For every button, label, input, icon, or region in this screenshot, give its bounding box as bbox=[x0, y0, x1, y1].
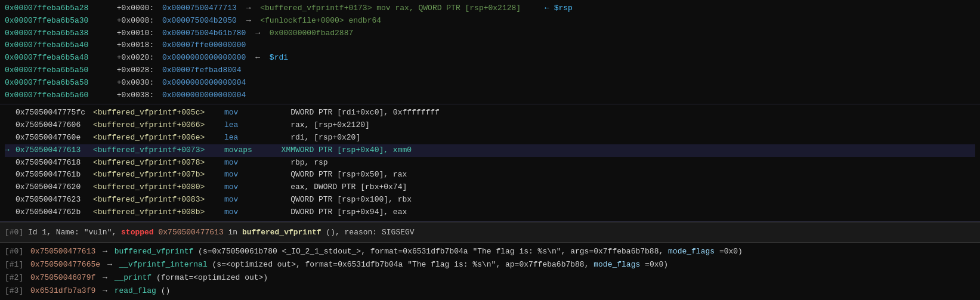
mem-addr-1: 0x00007ffeba6b5a30 bbox=[5, 15, 112, 27]
disasm-operands-2: rdi, [rsp+0x20] bbox=[272, 132, 360, 144]
trace-row-0: [#0] 0x750500477613 → buffered_vfprintf … bbox=[5, 245, 975, 258]
disasm-addr-7: 0x750500477623 bbox=[16, 194, 93, 206]
mem-comment-2: 0x00000000fbad2887 bbox=[270, 27, 353, 40]
trace-frame-0: [#0] bbox=[5, 247, 23, 256]
current-indicator-0 bbox=[5, 107, 13, 119]
mem-addr-7: 0x00007ffeba6b5a60 bbox=[5, 89, 112, 102]
disasm-mnemonic-6: mov bbox=[224, 181, 272, 194]
trace-row-1: [#1] 0x750500477665e → __vfprintf_intern… bbox=[5, 258, 975, 271]
current-indicator-8 bbox=[5, 206, 13, 219]
trace-func-2: __printf bbox=[115, 273, 152, 282]
disasm-func-8: <buffered_vfprintf+008b> bbox=[93, 206, 224, 219]
status-stopped-label: stopped bbox=[121, 228, 154, 237]
trace-frame-2: [#2] bbox=[5, 273, 23, 282]
disasm-operands-6: eax, DWORD PTR [rbx+0x74] bbox=[272, 181, 407, 194]
mem-hex-4: 0x0000000000000000 bbox=[162, 52, 246, 64]
disasm-mnemonic-5: mov bbox=[224, 169, 272, 181]
mem-arrow-0: → bbox=[242, 2, 255, 15]
mem-hex-3: 0x00007ffe00000000 bbox=[162, 39, 246, 52]
disasm-func-3: <buffered_vfprintf+0073> bbox=[93, 144, 224, 157]
mem-hex-5: 0x00007fefbad8004 bbox=[162, 64, 242, 77]
trace-args-0: (s=0x75050061b780 <_IO_2_1_stdout_>, for… bbox=[198, 247, 668, 256]
disasm-mnemonic-8: mov bbox=[224, 206, 272, 219]
memory-row: 0x00007ffeba6b5a60 +0x0038: 0x0000000000… bbox=[5, 89, 975, 102]
trace-addr-3: 0x6531dfb7a3f9 bbox=[30, 286, 95, 295]
trace-arrow-3: → bbox=[103, 286, 112, 295]
mem-reg-0: ← $rsp bbox=[545, 2, 573, 15]
mem-offset-0: +0x0000: bbox=[112, 2, 160, 15]
disasm-mnemonic-3: movaps bbox=[224, 144, 272, 157]
disasm-operands-7: QWORD PTR [rsp+0x100], rbx bbox=[272, 194, 412, 206]
disasm-mnemonic-2: lea bbox=[224, 132, 272, 144]
disasm-func-7: <buffered_vfprintf+0083> bbox=[93, 194, 224, 206]
memory-row: 0x00007ffeba6b5a48 +0x0020: 0x0000000000… bbox=[5, 52, 975, 64]
mem-offset-1: +0x0008: bbox=[112, 15, 160, 27]
trace-arrow-1: → bbox=[107, 260, 117, 269]
disasm-row-2: 0x75050047760e <buffered_vfprintf+006e> … bbox=[5, 132, 975, 144]
trace-func-1: __vfprintf_internal bbox=[119, 260, 207, 269]
disasm-row-8: 0x75050047762b <buffered_vfprintf+008b> … bbox=[5, 206, 975, 219]
status-panel: [#0] Id 1, Name: "vuln", stopped 0x75050… bbox=[0, 222, 980, 243]
disasm-row-6: 0x750500477620 <buffered_vfprintf+0080> … bbox=[5, 181, 975, 194]
trace-addr-0: 0x750500477613 bbox=[30, 247, 95, 256]
disasm-addr-4: 0x750500477618 bbox=[16, 157, 93, 169]
memory-row: 0x00007ffeba6b5a30 +0x0008: 0x000075004b… bbox=[5, 15, 975, 27]
current-indicator-6 bbox=[5, 181, 13, 194]
memory-row: 0x00007ffeba6b5a38 +0x0010: 0x000075004b… bbox=[5, 27, 975, 40]
mem-offset-6: +0x0030: bbox=[112, 77, 160, 89]
current-indicator-3: → bbox=[5, 144, 13, 157]
disasm-func-2: <buffered_vfprintf+006e> bbox=[93, 132, 224, 144]
mem-addr-0: 0x00007ffeba6b5a28 bbox=[5, 2, 112, 15]
current-indicator-1 bbox=[5, 119, 13, 132]
disasm-operands-4: rbp, rsp bbox=[272, 157, 328, 169]
trace-mode-key-1: mode_flags bbox=[593, 260, 640, 269]
memory-row: 0x00007ffeba6b5a58 +0x0030: 0x0000000000… bbox=[5, 77, 975, 89]
trace-panel: [#0] 0x750500477613 → buffered_vfprintf … bbox=[0, 243, 980, 300]
memory-row: 0x00007ffeba6b5a50 +0x0028: 0x00007fefba… bbox=[5, 64, 975, 77]
current-indicator-5 bbox=[5, 169, 13, 181]
disasm-addr-6: 0x750500477620 bbox=[16, 181, 93, 194]
mem-addr-5: 0x00007ffeba6b5a50 bbox=[5, 64, 112, 77]
mem-hex-1: 0x000075004b2050 bbox=[162, 15, 237, 27]
mem-offset-7: +0x0038: bbox=[112, 89, 160, 102]
mem-comment-1: <funlockfile+0000> endbr64 bbox=[260, 15, 381, 27]
disasm-addr-1: 0x750500477606 bbox=[16, 119, 93, 132]
trace-args-1: (s=<optimized out>, format=0x6531dfb7b04… bbox=[212, 260, 594, 269]
disasm-operands-5: QWORD PTR [rsp+0x50], rax bbox=[272, 169, 407, 181]
trace-func-0: buffered_vfprintf bbox=[115, 247, 194, 256]
disasm-row-4: 0x750500477618 <buffered_vfprintf+0078> … bbox=[5, 157, 975, 169]
memory-row: 0x00007ffeba6b5a40 +0x0018: 0x00007ffe00… bbox=[5, 39, 975, 52]
trace-arrow-2: → bbox=[103, 273, 112, 282]
disasm-operands-0: DWORD PTR [rdi+0xc0], 0xffffffff bbox=[272, 107, 440, 119]
disasm-row-1: 0x750500477606 <buffered_vfprintf+0066> … bbox=[5, 119, 975, 132]
mem-arrow-4: ← bbox=[251, 52, 264, 64]
disasm-row-5: 0x75050047761b <buffered_vfprintf+007b> … bbox=[5, 169, 975, 181]
current-indicator-4 bbox=[5, 157, 13, 169]
trace-mode-val-0: =0x0) bbox=[719, 247, 743, 256]
trace-mode-key-0: mode_flags bbox=[668, 247, 715, 256]
trace-frame-1: [#1] bbox=[5, 260, 23, 269]
disasm-row-7: 0x750500477623 <buffered_vfprintf+0083> … bbox=[5, 194, 975, 206]
disasm-operands-1: rax, [rsp+0x2120] bbox=[272, 119, 370, 132]
disasm-mnemonic-7: mov bbox=[224, 194, 272, 206]
disasm-operands-3: XMMWORD PTR [rsp+0x40], xmm0 bbox=[272, 144, 412, 157]
mem-arrow-1: → bbox=[242, 15, 255, 27]
disasm-addr-2: 0x75050047760e bbox=[16, 132, 93, 144]
disasm-row-0: 0x75050047775fc <buffered_vfprintf+005c>… bbox=[5, 107, 975, 119]
disasm-func-4: <buffered_vfprintf+0078> bbox=[93, 157, 224, 169]
mem-addr-3: 0x00007ffeba6b5a40 bbox=[5, 39, 112, 52]
mem-hex-6: 0x0000000000000004 bbox=[162, 77, 246, 89]
mem-comment-0: <buffered_vfprintf+0173> mov rax, QWORD … bbox=[260, 2, 521, 15]
disasm-addr-8: 0x75050047762b bbox=[16, 206, 93, 219]
mem-arrow-2: → bbox=[251, 27, 264, 40]
current-indicator-2 bbox=[5, 132, 13, 144]
status-in-label: in bbox=[228, 228, 242, 237]
mem-hex-7: 0x0000000000000004 bbox=[162, 89, 246, 102]
disasm-func-0: <buffered_vfprintf+005c> bbox=[93, 107, 224, 119]
mem-offset-2: +0x0010: bbox=[112, 27, 160, 40]
disasm-row-3: → 0x750500477613 <buffered_vfprintf+0073… bbox=[5, 144, 975, 157]
memory-panel: 0x00007ffeba6b5a28 +0x0000: 0x0000750047… bbox=[0, 0, 980, 104]
disasm-addr-0: 0x75050047775fc bbox=[16, 107, 93, 119]
disasm-mnemonic-1: lea bbox=[224, 119, 272, 132]
trace-args-2: (format=<optimized out>) bbox=[156, 273, 268, 282]
